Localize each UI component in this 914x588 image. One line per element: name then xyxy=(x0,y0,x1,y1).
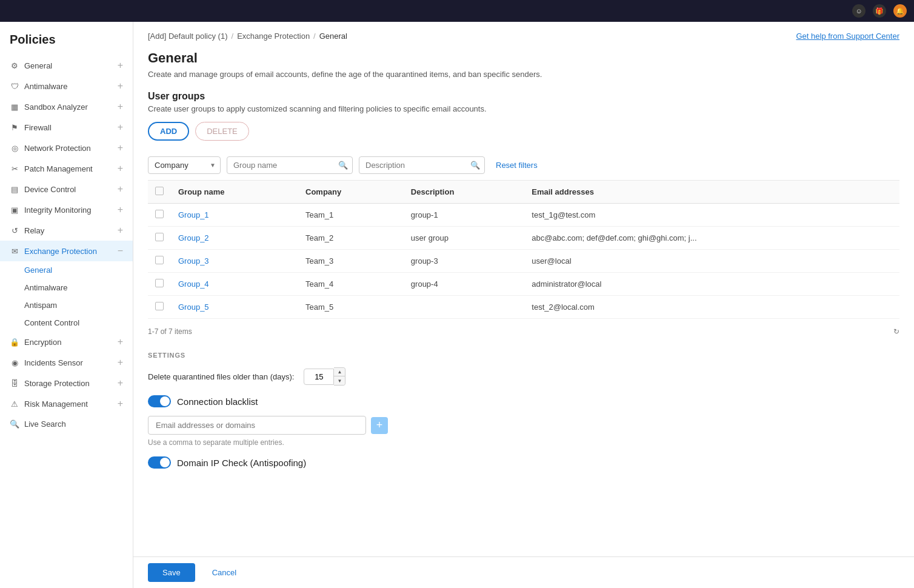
content-area: [Add] Default policy (1) / Exchange Prot… xyxy=(133,22,914,588)
risk-icon: ⚠ xyxy=(10,399,19,409)
email-cell: test_1g@test.com xyxy=(524,204,899,227)
blacklist-add-button[interactable]: + xyxy=(371,417,388,434)
breadcrumb-item-2[interactable]: Exchange Protection xyxy=(237,32,310,41)
row-checkbox[interactable] xyxy=(155,302,164,310)
gift-icon[interactable]: 🎁 xyxy=(873,4,886,18)
sidebar-item-general[interactable]: ⚙ General + xyxy=(0,55,133,76)
sidebar-sub-item-content[interactable]: Content Control xyxy=(0,314,133,332)
group-name-filter[interactable] xyxy=(227,156,353,174)
description-cell: user group xyxy=(404,227,524,250)
sidebar-item-relay[interactable]: ↺ Relay + xyxy=(0,220,133,241)
bell-icon[interactable]: 🔔 xyxy=(893,4,907,18)
blacklist-input[interactable] xyxy=(148,416,366,435)
delete-button[interactable]: DELETE xyxy=(195,122,249,141)
sidebar-item-label: Integrity Monitoring xyxy=(24,205,92,215)
connection-blacklist-toggle-row: Connection blacklist xyxy=(148,395,899,407)
sidebar-item-firewall[interactable]: ⚑ Firewall + xyxy=(0,117,133,138)
sidebar-item-antimalware[interactable]: 🛡 Antimalware + xyxy=(0,76,133,96)
user-icon[interactable]: ☺ xyxy=(852,4,866,18)
sidebar-item-integrity[interactable]: ▣ Integrity Monitoring + xyxy=(0,199,133,220)
sidebar-item-storage[interactable]: 🗄 Storage Protection + xyxy=(0,373,133,393)
description-filter[interactable] xyxy=(359,156,485,174)
group-name-cell[interactable]: Group_1 xyxy=(171,204,298,227)
pagination-text: 1-7 of 7 items xyxy=(148,327,192,336)
sidebar-item-label: Exchange Protection xyxy=(24,247,97,256)
top-bar: ☺ 🎁 🔔 xyxy=(0,0,914,22)
cancel-button[interactable]: Cancel xyxy=(202,563,246,582)
filter-row: Company ▼ 🔍 🔍 Reset filters xyxy=(148,150,899,181)
quarantine-input[interactable] xyxy=(304,369,334,385)
device-icon: ▤ xyxy=(10,184,19,194)
search-icon: 🔍 xyxy=(10,419,19,429)
quarantine-setting: Delete quarantined files older than (day… xyxy=(148,367,899,386)
group-name-cell[interactable]: Group_4 xyxy=(171,273,298,296)
domain-ip-check-label: Domain IP Check (Antispoofing) xyxy=(177,458,306,468)
reset-filters-link[interactable]: Reset filters xyxy=(496,161,538,170)
sidebar-sub-exchange: General Antimalware Antispam Content Con… xyxy=(0,261,133,332)
breadcrumb-item-1[interactable]: [Add] Default policy (1) xyxy=(148,32,228,41)
page-title: General xyxy=(148,50,899,66)
help-link[interactable]: Get help from Support Center xyxy=(796,32,899,41)
expand-icon: + xyxy=(118,60,123,71)
company-cell: Team_2 xyxy=(298,227,404,250)
description-cell: group-3 xyxy=(404,250,524,273)
sidebar-item-device[interactable]: ▤ Device Control + xyxy=(0,179,133,199)
table-row: Group_1 Team_1 group-1 test_1g@test.com xyxy=(148,204,899,227)
group-name-cell[interactable]: Group_3 xyxy=(171,250,298,273)
row-checkbox[interactable] xyxy=(155,233,164,241)
settings-label: SETTINGS xyxy=(148,352,899,359)
settings-section: SETTINGS Delete quarantined files older … xyxy=(148,352,899,469)
sidebar-item-livesearch[interactable]: 🔍 Live Search xyxy=(0,414,133,433)
email-cell: user@local xyxy=(524,250,899,273)
row-checkbox[interactable] xyxy=(155,279,164,287)
sidebar-item-label: Network Protection xyxy=(24,144,91,153)
group-name-cell[interactable]: Group_5 xyxy=(171,296,298,319)
expand-icon: + xyxy=(118,225,123,236)
patch-icon: ✂ xyxy=(10,164,19,173)
sidebar-sub-item-antimalware[interactable]: Antimalware xyxy=(0,279,133,296)
sidebar-item-exchange[interactable]: ✉ Exchange Protection − xyxy=(0,241,133,261)
sidebar-item-label: Live Search xyxy=(24,419,66,429)
email-cell: abc@abc.com; def@def.com; ghi@ghi.com; j… xyxy=(524,227,899,250)
table-row: Group_3 Team_3 group-3 user@local xyxy=(148,250,899,273)
expand-icon: + xyxy=(118,184,123,195)
refresh-icon[interactable]: ↻ xyxy=(893,327,899,336)
user-groups-table: Group name Company Description Email add… xyxy=(148,181,899,319)
domain-ip-check-toggle[interactable] xyxy=(148,456,171,469)
exchange-icon: ✉ xyxy=(10,246,19,256)
sidebar-sub-item-general[interactable]: General xyxy=(0,261,133,279)
sidebar-title: Policies xyxy=(0,22,133,55)
sidebar-sub-item-antispam[interactable]: Antispam xyxy=(0,296,133,314)
save-button[interactable]: Save xyxy=(148,563,195,582)
search-icon: 🔍 xyxy=(338,161,348,170)
box-icon: ▦ xyxy=(10,102,19,112)
row-checkbox[interactable] xyxy=(155,256,164,264)
company-cell: Team_1 xyxy=(298,204,404,227)
sidebar-item-risk[interactable]: ⚠ Risk Management + xyxy=(0,393,133,414)
company-filter[interactable]: Company xyxy=(148,156,221,174)
expand-icon: + xyxy=(118,81,123,92)
sidebar-item-label: Firewall xyxy=(24,123,52,132)
sidebar: Policies ⚙ General + 🛡 Antimalware + ▦ S… xyxy=(0,22,133,588)
breadcrumb: [Add] Default policy (1) / Exchange Prot… xyxy=(148,32,899,41)
select-all-checkbox[interactable] xyxy=(155,187,164,195)
sidebar-item-network[interactable]: ◎ Network Protection + xyxy=(0,138,133,158)
header-group-name: Group name xyxy=(171,181,298,204)
sidebar-item-encryption[interactable]: 🔒 Encryption + xyxy=(0,332,133,352)
sidebar-item-patch[interactable]: ✂ Patch Management + xyxy=(0,158,133,179)
integrity-icon: ▣ xyxy=(10,205,19,215)
group-name-cell[interactable]: Group_2 xyxy=(171,227,298,250)
user-groups-desc: Create user groups to apply customized s… xyxy=(148,104,899,113)
table-row: Group_2 Team_2 user group abc@abc.com; d… xyxy=(148,227,899,250)
header-company: Company xyxy=(298,181,404,204)
gear-icon: ⚙ xyxy=(10,61,19,70)
sidebar-item-label: Encryption xyxy=(24,338,61,347)
sidebar-item-incidents[interactable]: ◉ Incidents Sensor + xyxy=(0,352,133,373)
connection-blacklist-toggle[interactable] xyxy=(148,395,171,407)
spinner-up[interactable]: ▲ xyxy=(334,368,345,376)
row-checkbox[interactable] xyxy=(155,210,164,218)
spinner-down[interactable]: ▼ xyxy=(334,376,345,385)
sidebar-item-sandbox[interactable]: ▦ Sandbox Analyzer + xyxy=(0,96,133,117)
sidebar-item-label: Sandbox Analyzer xyxy=(24,102,88,112)
add-button[interactable]: ADD xyxy=(148,122,189,141)
